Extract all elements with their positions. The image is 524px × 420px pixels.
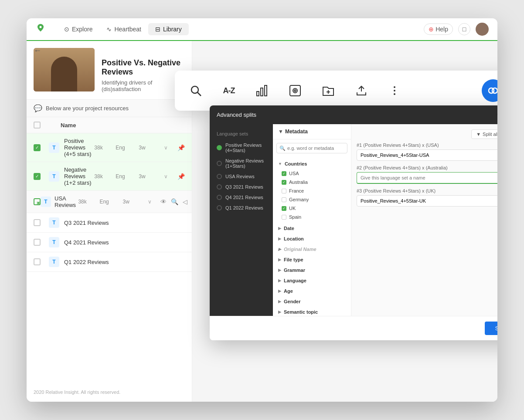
split-button[interactable]: Split <box>485 322 497 335</box>
language-chevron: ▶ <box>278 278 281 283</box>
browser-window: ⊙ Explore ∿ Heartbeat ⊟ Library ⊕ Help □ <box>27 18 497 402</box>
country-item-usa[interactable]: ✓ USA <box>273 169 351 178</box>
country-checkbox-usa[interactable]: ✓ <box>282 171 286 176</box>
row-count: 38k <box>76 199 89 205</box>
semantic-topic-section-header[interactable]: ▶ Semantic topic <box>273 307 351 316</box>
metadata-search-input[interactable] <box>276 143 347 153</box>
lang-panel-header: Language sets <box>213 129 269 140</box>
more-tools-button[interactable] <box>384 80 405 101</box>
table-row[interactable]: T Q1 2022 Reviews <box>27 252 192 272</box>
date-chevron: ▶ <box>278 226 281 230</box>
add-folder-tool-button[interactable] <box>318 80 339 101</box>
lang-radio-0[interactable] <box>217 145 222 150</box>
upload-tool-button[interactable] <box>351 80 372 101</box>
nav-tab-explore[interactable]: ⊙ Explore <box>57 23 99 35</box>
row-checkbox-6[interactable] <box>34 258 41 265</box>
row-name: USA Reviews <box>51 195 76 208</box>
nav-tab-heartbeat[interactable]: ∿ Heartbeat <box>99 23 148 35</box>
country-item-spain[interactable]: Spain <box>273 213 351 221</box>
lang-item-3[interactable]: Q3 2021 Reviews <box>213 182 269 192</box>
modal-chat-icon[interactable]: 💬 <box>497 111 497 119</box>
lang-radio-2[interactable] <box>217 174 222 179</box>
nav-tab-library[interactable]: ⊟ Library <box>148 23 189 35</box>
view-action-btn[interactable]: 👁 <box>160 197 167 206</box>
footer-text: 2020 Relative Insight. All rights reserv… <box>34 390 120 395</box>
country-checkbox-spain[interactable] <box>282 215 286 220</box>
row-arrow: ∨ <box>159 145 172 151</box>
chat-button[interactable]: □ <box>458 23 470 35</box>
lang-item-0[interactable]: Positive Reviews (4+Stars) <box>213 140 269 156</box>
nav-tabs: ⊙ Explore ∿ Heartbeat ⊟ Library <box>57 23 424 35</box>
help-button[interactable]: ⊕ Help <box>424 24 453 35</box>
country-checkbox-uk[interactable]: ✓ <box>282 206 286 211</box>
chart-tool-button[interactable] <box>252 80 272 101</box>
project-title: Positive Vs. Negative Reviews <box>102 58 185 77</box>
table-row[interactable]: ✓ T Positive Reviews (4+5 stars) 38k Eng… <box>27 133 192 162</box>
language-section-header[interactable]: ▶ Language <box>273 275 351 286</box>
row-count: 38k <box>92 173 105 180</box>
lang-item-1[interactable]: Negative Reviews (1+Stars) <box>213 156 269 171</box>
lang-radio-3[interactable] <box>217 184 222 190</box>
countries-header[interactable]: ▼ Countries <box>273 159 351 169</box>
gender-section-header[interactable]: ▶ Gender <box>273 296 351 307</box>
row-checkbox-1[interactable]: ✓ <box>34 144 41 151</box>
country-checkbox-australia[interactable]: ✓ <box>282 180 286 185</box>
dataset-type-icon: T <box>49 171 59 182</box>
table-row[interactable]: T Q3 2021 Reviews <box>27 213 192 233</box>
country-item-uk[interactable]: ✓ UK <box>273 204 351 213</box>
split-all-button[interactable]: ▼ Split all results <box>471 129 497 139</box>
country-checkbox-germany[interactable] <box>282 197 286 202</box>
lang-radio-5[interactable] <box>217 205 222 210</box>
sort-az-tool-button[interactable]: A-Z <box>218 80 239 101</box>
select-all-checkbox[interactable] <box>34 122 41 129</box>
dataset-table: Name ✓ T Positive Reviews (4+5 stars) 38… <box>27 117 192 272</box>
lang-label-4: Q4 2021 Reviews <box>225 195 263 200</box>
search-tool-button[interactable] <box>185 80 206 101</box>
lang-label-0: Positive Reviews (4+Stars) <box>225 142 266 153</box>
table-row[interactable]: ▣ T USA Reviews 38k Eng 3w ∨ 👁 <box>27 191 192 213</box>
original-name-chevron: ▶ <box>278 247 281 251</box>
country-checkbox-france[interactable] <box>282 189 286 193</box>
chat-icon: □ <box>463 26 466 33</box>
results-panel: ▼ Split all results #1 (Positive Reviews… <box>351 124 497 316</box>
result-input-1[interactable] <box>357 149 497 161</box>
lang-radio-4[interactable] <box>217 195 222 200</box>
row-checkbox-4[interactable] <box>34 219 41 226</box>
age-section-header[interactable]: ▶ Age <box>273 286 351 296</box>
country-label-australia: Australia <box>289 180 308 185</box>
app-logo[interactable] <box>35 23 48 36</box>
result-input-3[interactable] <box>357 195 497 207</box>
share-action-btn[interactable]: ◁ <box>182 197 188 206</box>
name-column-header: Name <box>61 122 185 129</box>
row-checkbox-3[interactable]: ▣ <box>34 198 41 205</box>
compare-tool-button[interactable] <box>482 79 497 102</box>
user-avatar[interactable] <box>476 23 489 36</box>
lang-item-5[interactable]: Q1 2022 Reviews <box>213 203 269 213</box>
country-item-france[interactable]: France <box>273 186 351 195</box>
album-tool-button[interactable] <box>285 80 306 101</box>
file-type-section-header[interactable]: ▶ File type <box>273 254 351 265</box>
svg-point-12 <box>394 86 395 88</box>
row-count: 38k <box>92 145 105 151</box>
country-item-germany[interactable]: Germany <box>273 195 351 204</box>
result-input-2[interactable] <box>357 172 497 184</box>
row-checkbox-2[interactable]: ✓ <box>34 173 41 180</box>
location-section-header[interactable]: ▶ Location <box>273 234 351 244</box>
country-item-australia[interactable]: ✓ Australia <box>273 178 351 186</box>
original-name-label: Original Name <box>284 247 316 252</box>
original-name-section-header: ▶ Original Name <box>273 244 351 254</box>
date-section-header[interactable]: ▶ Date <box>273 223 351 234</box>
grammar-section-header[interactable]: ▶ Grammar <box>273 265 351 275</box>
image-action-btn[interactable]: ⊟ <box>191 197 192 206</box>
search-action-btn[interactable]: 🔍 <box>170 197 179 206</box>
table-row[interactable]: T Q4 2021 Reviews <box>27 233 192 252</box>
lang-item-4[interactable]: Q4 2021 Reviews <box>213 192 269 203</box>
lang-radio-1[interactable] <box>217 161 222 166</box>
lang-item-2[interactable]: USA Reviews <box>213 171 269 182</box>
svg-rect-4 <box>261 88 263 96</box>
table-row[interactable]: ✓ T Negative Reviews (1+2 stars) 38k Eng… <box>27 162 192 191</box>
dataset-type-icon: T <box>49 257 59 267</box>
back-button[interactable]: ← <box>34 46 41 55</box>
split-all-label: Split all results <box>483 132 497 137</box>
row-checkbox-5[interactable] <box>34 239 41 246</box>
